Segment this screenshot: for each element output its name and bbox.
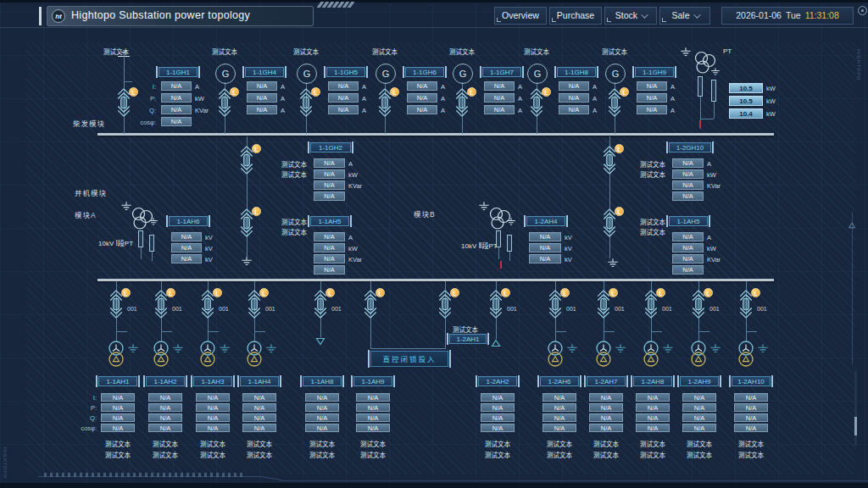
unit-label: A bbox=[348, 234, 353, 241]
ground-icon bbox=[241, 257, 253, 267]
row-label: cosφ: bbox=[127, 119, 156, 126]
lock-badge[interactable]: L bbox=[467, 87, 476, 97]
ground-icon bbox=[757, 344, 769, 354]
nav-button-stock[interactable]: Stock bbox=[604, 7, 657, 25]
lock-badge[interactable]: L bbox=[615, 207, 624, 216]
table-label-1-1ah8: 1-1AH8 bbox=[303, 376, 342, 386]
lock-badge[interactable]: L bbox=[326, 288, 335, 297]
lock-badge[interactable]: L bbox=[252, 207, 261, 216]
unit-label: kW bbox=[348, 171, 358, 179]
lock-badge[interactable]: L bbox=[609, 288, 618, 297]
unit-label: A bbox=[281, 83, 285, 91]
scada-dashboard: ht Hightopo Substation power topology Ov… bbox=[0, 0, 868, 488]
test-text-label: 测试文本 bbox=[536, 450, 583, 459]
value-cell: N/A bbox=[196, 393, 230, 402]
value-cell: N/A bbox=[314, 169, 345, 179]
alarm-tick bbox=[699, 120, 701, 128]
settings-icon[interactable] bbox=[858, 6, 867, 15]
feeder-code: 001 bbox=[757, 306, 767, 312]
footer-glyph-strip bbox=[44, 473, 243, 477]
table-label-1-2ah7: 1-2AH7 bbox=[587, 376, 626, 386]
lock-badge[interactable]: L bbox=[376, 288, 385, 297]
value-cell: N/A bbox=[589, 393, 623, 402]
value-cell: N/A bbox=[305, 403, 339, 412]
transformer-icon bbox=[642, 340, 660, 369]
row-label: I: bbox=[68, 394, 97, 402]
generator-icon: G bbox=[376, 64, 396, 84]
value-cell: N/A bbox=[672, 191, 704, 201]
wire bbox=[604, 331, 615, 332]
interlock-button[interactable]: 直控闭锁投入 bbox=[370, 351, 448, 367]
test-text-label: 测试文本 bbox=[97, 47, 135, 56]
unit-label: kW bbox=[707, 245, 716, 252]
value-cell: N/A bbox=[328, 93, 359, 103]
arrow-up-icon bbox=[848, 222, 856, 229]
lock-badge[interactable]: L bbox=[751, 288, 760, 297]
feeder-code: 001 bbox=[127, 306, 137, 312]
wire bbox=[747, 331, 757, 332]
value-cell: N/A bbox=[247, 105, 277, 114]
value-cell: N/A bbox=[481, 413, 515, 422]
ground-icon bbox=[566, 344, 578, 354]
lock-badge[interactable]: L bbox=[311, 87, 320, 97]
lock-badge[interactable]: L bbox=[390, 87, 399, 97]
lock-badge[interactable]: L bbox=[259, 288, 269, 297]
wire bbox=[556, 331, 566, 332]
lock-badge[interactable]: L bbox=[450, 288, 459, 297]
wire bbox=[125, 81, 132, 82]
pt-winding bbox=[138, 230, 143, 247]
scrollbar-thumb[interactable] bbox=[854, 417, 857, 435]
value-cell: N/A bbox=[636, 403, 670, 412]
table-label-1-1ah4: 1-1AH4 bbox=[240, 376, 279, 386]
feeder-label-1-1gh4: 1-1GH4 bbox=[245, 67, 284, 77]
page-title: Hightopo Substation power topology bbox=[71, 9, 250, 21]
lock-badge[interactable]: L bbox=[166, 288, 175, 297]
nav-button-purchase[interactable]: Purchase bbox=[549, 7, 602, 25]
unit-label: kV bbox=[565, 245, 572, 252]
lock-badge[interactable]: L bbox=[121, 288, 131, 297]
unit-label: A bbox=[670, 95, 675, 103]
pt-value-cell: 10.5 bbox=[729, 96, 763, 106]
lock-badge[interactable]: L bbox=[620, 87, 629, 97]
value-cell: N/A bbox=[101, 424, 135, 432]
lock-badge[interactable]: L bbox=[704, 288, 713, 297]
lock-badge[interactable]: L bbox=[252, 144, 261, 153]
value-cell: N/A bbox=[148, 393, 182, 402]
lock-badge[interactable]: L bbox=[230, 87, 239, 97]
ground-icon bbox=[662, 344, 674, 354]
wire bbox=[209, 331, 219, 332]
nav-button-overview[interactable]: Overview bbox=[494, 7, 547, 25]
unit-label: kW bbox=[707, 171, 716, 179]
test-text-label: 测试文本 bbox=[349, 450, 397, 459]
generator-icon: G bbox=[215, 64, 236, 84]
lock-badge[interactable]: L bbox=[542, 87, 551, 97]
test-text-label: 测试文本 bbox=[443, 47, 481, 56]
test-text-label: 测试文本 bbox=[236, 439, 283, 448]
unit-label: kV bbox=[565, 234, 572, 241]
unit-label: KVar bbox=[348, 256, 362, 263]
table-label-1-1ah3: 1-1AH3 bbox=[193, 376, 232, 386]
unit-label: KVar bbox=[707, 256, 721, 263]
value-cell: N/A bbox=[542, 424, 576, 432]
test-text-label: 测试文本 bbox=[206, 47, 243, 56]
feeder-code: 001 bbox=[219, 306, 229, 312]
unit-label: A bbox=[281, 107, 285, 114]
title-bar: ht Hightopo Substation power topology bbox=[47, 6, 314, 26]
lock-badge[interactable]: L bbox=[560, 288, 570, 297]
lock-badge[interactable]: L bbox=[213, 288, 222, 297]
test-text-label: 测试文本 bbox=[270, 227, 307, 236]
feeder-code: 001 bbox=[265, 306, 275, 312]
row-label: Q: bbox=[68, 414, 97, 422]
ground-icon bbox=[148, 218, 159, 226]
lock-badge[interactable]: L bbox=[615, 144, 624, 153]
nav-button-sale[interactable]: Sale bbox=[659, 7, 710, 25]
value-cell: N/A bbox=[682, 424, 716, 432]
test-text-label: 测试文本 bbox=[142, 450, 189, 459]
alarm-tick bbox=[500, 261, 502, 269]
value-cell: N/A bbox=[734, 393, 768, 402]
feeder-code: 001 bbox=[172, 306, 182, 312]
lock-badge[interactable]: L bbox=[656, 288, 665, 297]
lock-badge[interactable]: L bbox=[501, 288, 510, 297]
value-cell: N/A bbox=[542, 413, 576, 422]
pt-label: PT bbox=[723, 47, 732, 55]
